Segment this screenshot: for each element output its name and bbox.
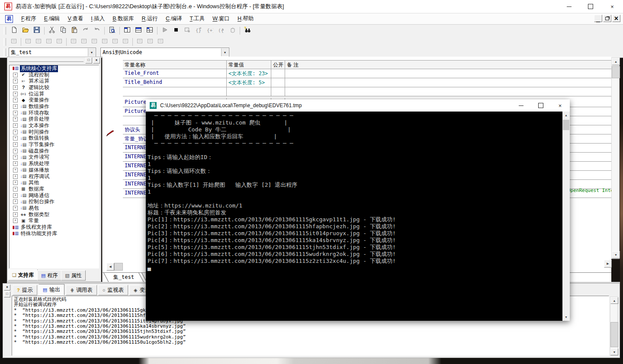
minimize-button[interactable] [558, 0, 580, 13]
remark-cell[interactable] [285, 78, 611, 87]
h-scrollbar-right-button[interactable]: ▶ [604, 260, 612, 268]
tree-item-文件读写[interactable]: +↓▤文件读写 [10, 154, 99, 161]
constant-name-cell[interactable]: Title_Behind [123, 78, 227, 87]
method-combobox[interactable]: Ansi到Unicode ▼ [100, 48, 229, 57]
public-cell[interactable] [271, 78, 285, 87]
tree-root-多线程支持库[interactable]: ▮▥多线程支持库 [10, 224, 99, 230]
step-over-button[interactable]: {} [193, 26, 204, 36]
tree-item-网络通信[interactable]: +↓▤网络通信 [10, 192, 99, 199]
tree-item-流程控制[interactable]: +✔流程控制 [10, 72, 99, 78]
scroll-down-button[interactable]: ▼ [562, 313, 570, 321]
paste-button[interactable] [69, 26, 80, 36]
tab-程序[interactable]: ▤程序 [37, 270, 61, 281]
v-scrollbar-thumb[interactable] [610, 322, 618, 347]
expand-plus-icon[interactable]: + [13, 155, 18, 160]
window-cascade-button[interactable] [144, 26, 155, 36]
table-row[interactable]: Title_Behind<文本长度: 5> [123, 78, 611, 87]
expand-plus-icon[interactable]: + [13, 193, 18, 198]
h-scrollbar-thumb[interactable] [114, 263, 123, 271]
chevron-down-icon[interactable]: ▼ [88, 48, 95, 56]
tab-调用表[interactable]: ⋕调用表 [66, 285, 97, 295]
space-vertical-button[interactable] [145, 38, 155, 46]
stop-button[interactable] [170, 26, 182, 36]
expand-plus-icon[interactable]: + [13, 117, 18, 121]
same-height-button[interactable] [120, 38, 131, 46]
table-row[interactable]: Tiele_Front<文本长度: 23> [123, 69, 611, 78]
panel-drag-grip[interactable] [9, 60, 83, 62]
menu-帮助[interactable]: H.帮助 [234, 14, 258, 24]
maximize-button[interactable] [580, 0, 601, 13]
tree-item-控制台操作[interactable]: +↓▤控制台操作 [10, 198, 99, 205]
find-in-doc-button[interactable] [106, 26, 118, 36]
tree-item-数据库[interactable]: +▦数据库 [10, 186, 99, 192]
tree-item-系统处理[interactable]: +↓▤系统处理 [10, 160, 99, 167]
run-button[interactable] [159, 26, 170, 36]
doc-tab-集_test[interactable]: 集_test [103, 273, 144, 282]
same-size-button[interactable] [155, 38, 166, 46]
expand-plus-icon[interactable]: + [13, 123, 18, 128]
tree-item-时间操作[interactable]: +↓▤时间操作 [10, 129, 99, 135]
expand-plus-icon[interactable]: + [13, 218, 18, 223]
align-middles-button[interactable] [100, 38, 110, 46]
tree-item-拼音处理[interactable]: +↓▤拼音处理 [10, 116, 99, 123]
expand-plus-icon[interactable]: + [13, 199, 18, 204]
expand-plus-icon[interactable]: + [13, 130, 18, 134]
h-scrollbar-left-button[interactable]: ◀ [106, 263, 114, 271]
expand-plus-icon[interactable]: + [13, 168, 18, 172]
tree-item-程序调试[interactable]: +↓▤程序调试 [10, 173, 99, 180]
snap-right-button[interactable] [33, 38, 44, 46]
panel-close-button[interactable]: x [93, 57, 100, 64]
constant-value-cell[interactable]: <文本长度: 23> [227, 69, 271, 78]
console-close-button[interactable]: × [550, 99, 570, 112]
scroll-up-button[interactable]: ▲ [612, 58, 620, 65]
expand-plus-icon[interactable]: + [13, 161, 18, 166]
undo-button[interactable] [91, 26, 103, 36]
tree-item-位运算[interactable]: +0+1位运算 [10, 91, 99, 97]
expand-plus-icon[interactable]: + [13, 142, 18, 147]
center-horizontal-button[interactable] [68, 38, 79, 46]
tree-item-磁盘操作[interactable]: +↓▤磁盘操作 [10, 148, 99, 154]
cut-button[interactable] [46, 26, 58, 36]
remark-cell[interactable] [285, 87, 611, 96]
constant-value-cell[interactable] [227, 87, 271, 96]
scroll-up-button[interactable]: ▲ [610, 297, 618, 304]
tree-item-其他[interactable]: +↓▤其他 [10, 179, 99, 186]
menu-窗口[interactable]: W.窗口 [209, 14, 234, 24]
expand-plus-icon[interactable]: + [13, 136, 18, 140]
copy-button[interactable] [58, 26, 69, 36]
mdi-minimize-button[interactable]: _ [594, 15, 602, 22]
expand-plus-icon[interactable]: + [13, 79, 18, 83]
redo-button[interactable] [80, 26, 91, 36]
console-v-scrollbar[interactable]: ▲ ▼ [562, 112, 570, 321]
new-button[interactable] [9, 26, 20, 36]
expand-plus-icon[interactable]: + [13, 149, 18, 153]
expand-plus-icon[interactable]: + [13, 174, 18, 179]
expand-plus-icon[interactable]: + [13, 104, 18, 109]
tab-输出[interactable]: ▤输出 [39, 284, 64, 295]
step-out-button[interactable]: ({ [215, 26, 227, 36]
tree-root-特殊功能支持库[interactable]: ▮▥特殊功能支持库 [10, 230, 99, 237]
tree-item-数据类型[interactable]: +◈◈数据类型 [10, 211, 99, 218]
v-scrollbar-thumb[interactable] [563, 120, 569, 130]
tree-item-数值转换[interactable]: +↓▤数值转换 [10, 135, 99, 142]
public-cell[interactable] [271, 69, 285, 78]
v-scrollbar-thumb[interactable] [612, 66, 620, 78]
tree-item-文本操作[interactable]: +↓▤文本操作 [10, 122, 99, 129]
chevron-down-icon[interactable]: ▼ [221, 48, 228, 56]
tree-root-library[interactable]: ▮▥系统核心支持库 [10, 65, 99, 72]
expand-plus-icon[interactable]: + [13, 85, 18, 90]
expand-plus-icon[interactable]: + [13, 98, 18, 102]
tree-item-算术运算[interactable]: +x÷算术运算 [10, 78, 99, 84]
close-button[interactable]: × [601, 0, 623, 13]
snap-bottom-button[interactable] [54, 38, 64, 46]
remark-cell[interactable] [285, 69, 611, 78]
scroll-up-button[interactable]: ▲ [562, 112, 570, 119]
console-titlebar[interactable]: 易 C:\Users\98222\AppData\Local\Temp\e_de… [146, 99, 570, 112]
constant-value-cell[interactable]: <文本长度: 5> [227, 78, 271, 87]
console-minimize-button[interactable] [511, 99, 531, 112]
mdi-close-button[interactable]: × [612, 15, 620, 22]
center-vertical-button[interactable] [79, 38, 89, 46]
panel-float-button[interactable]: □ [4, 291, 10, 297]
menu-编译[interactable]: C.编译 [162, 14, 186, 24]
expand-plus-icon[interactable]: + [13, 187, 18, 192]
